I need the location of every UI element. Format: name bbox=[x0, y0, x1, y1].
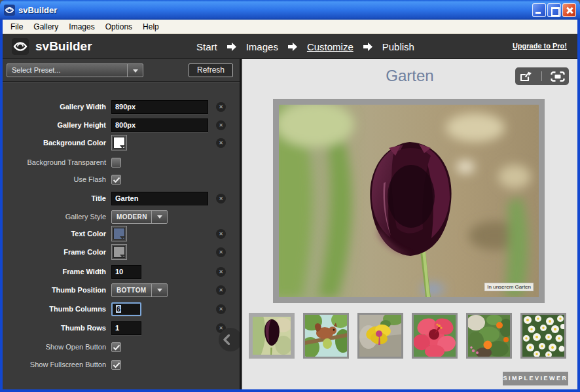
thumbnail-red-hibiscus[interactable] bbox=[412, 313, 458, 359]
gallery-style-value: MODERN bbox=[112, 211, 151, 223]
menu-gallery[interactable]: Gallery bbox=[28, 21, 63, 33]
step-images[interactable]: Images bbox=[246, 41, 278, 52]
text-color-swatch[interactable] bbox=[111, 226, 127, 241]
divider bbox=[3, 81, 240, 82]
gallery-height-input[interactable] bbox=[111, 118, 208, 132]
thumbnail-image bbox=[414, 315, 456, 357]
preview-toolbar bbox=[515, 67, 569, 85]
clear-icon[interactable] bbox=[216, 194, 226, 204]
title-input[interactable] bbox=[111, 192, 208, 205]
form-row-use-flash: Use Flash bbox=[3, 171, 240, 187]
thumbnail-black-tulip[interactable] bbox=[249, 313, 295, 359]
field-label: Frame Color bbox=[3, 248, 106, 256]
form-row-gallery-height: Gallery Height bbox=[3, 117, 240, 133]
field-label: Show Fullscreen Button bbox=[3, 361, 106, 368]
menu-bar: File Gallery Images Options Help bbox=[3, 20, 577, 34]
clear-icon[interactable] bbox=[216, 102, 226, 112]
selected-text: 6 bbox=[116, 305, 121, 313]
thumbnail-white-daisies[interactable] bbox=[520, 313, 566, 359]
form-row-thumb-columns: Thumb Columns 6 bbox=[3, 301, 240, 317]
frame-color-swatch[interactable] bbox=[111, 244, 127, 260]
field-label: Background Transparent bbox=[3, 158, 106, 166]
clear-icon[interactable] bbox=[216, 229, 226, 239]
thumb-position-value: BOTTOM bbox=[112, 284, 151, 296]
menu-help[interactable]: Help bbox=[137, 21, 164, 33]
window-title: svBuilder bbox=[18, 5, 57, 15]
form-row-gallery-width: Gallery Width bbox=[3, 99, 240, 115]
clear-icon[interactable] bbox=[216, 304, 226, 314]
app-logo-icon bbox=[4, 5, 15, 16]
step-publish[interactable]: Publish bbox=[382, 41, 414, 52]
form-row-frame-color: Frame Color bbox=[3, 244, 240, 260]
check-icon bbox=[113, 177, 120, 183]
image-caption: In unserem Garten bbox=[484, 283, 534, 291]
export-icon[interactable] bbox=[519, 71, 533, 82]
field-label: Text Color bbox=[3, 230, 106, 238]
simpleviewer-badge[interactable]: SIMPLEVIEWER bbox=[503, 372, 568, 385]
arrow-right-icon bbox=[363, 43, 372, 51]
form-row-text-color: Text Color bbox=[3, 226, 240, 241]
form-row-background-color: Background Color bbox=[3, 135, 240, 151]
check-icon bbox=[113, 344, 120, 351]
menu-options[interactable]: Options bbox=[100, 21, 137, 33]
form-row-background-transparent: Background Transparent bbox=[3, 154, 240, 170]
maximize-button[interactable] bbox=[547, 3, 561, 17]
minimize-button[interactable] bbox=[532, 3, 546, 17]
field-label: Frame Width bbox=[3, 268, 106, 276]
preset-dropdown[interactable]: Select Preset... bbox=[7, 63, 143, 77]
field-label: Gallery Width bbox=[3, 103, 106, 111]
color-chip bbox=[113, 228, 125, 240]
wizard-steps: Start Images Customize Publish bbox=[196, 34, 414, 59]
form-row-thumb-rows: Thumb Rows bbox=[3, 320, 240, 336]
thumbnail-orange-poppies[interactable] bbox=[466, 313, 512, 359]
settings-panel: Select Preset... Refresh Gallery Width G… bbox=[3, 59, 241, 389]
frame-width-input[interactable] bbox=[111, 265, 141, 279]
thumb-position-dropdown[interactable]: BOTTOM bbox=[111, 283, 168, 297]
check-icon bbox=[113, 362, 120, 368]
chevron-down-icon[interactable] bbox=[127, 64, 143, 77]
show-open-button-checkbox[interactable] bbox=[111, 342, 121, 352]
clear-icon[interactable] bbox=[216, 247, 226, 257]
thumbnail-strip bbox=[249, 313, 566, 359]
form-row-show-open-button: Show Open Button bbox=[3, 339, 240, 355]
upgrade-to-pro-link[interactable]: Upgrade to Pro! bbox=[513, 42, 567, 50]
menu-file[interactable]: File bbox=[5, 21, 28, 33]
menu-images[interactable]: Images bbox=[63, 21, 100, 33]
field-label: Thumb Columns bbox=[3, 305, 106, 313]
thumbnail-squirrel[interactable] bbox=[303, 313, 349, 359]
field-label: Thumb Rows bbox=[3, 324, 106, 332]
clear-icon[interactable] bbox=[216, 138, 226, 148]
step-start[interactable]: Start bbox=[196, 41, 217, 52]
arrow-right-icon bbox=[227, 43, 236, 51]
clear-icon[interactable] bbox=[216, 267, 226, 277]
field-label: Title bbox=[3, 194, 106, 202]
show-fullscreen-button-checkbox[interactable] bbox=[111, 360, 121, 370]
background-transparent-checkbox[interactable] bbox=[111, 158, 121, 168]
form-row-title: Title bbox=[3, 190, 240, 206]
clear-icon[interactable] bbox=[216, 285, 226, 295]
thumbnail-image bbox=[522, 315, 564, 357]
form-row-frame-width: Frame Width bbox=[3, 264, 240, 279]
thumb-rows-input[interactable] bbox=[111, 321, 141, 335]
background-color-swatch[interactable] bbox=[111, 135, 127, 151]
chevron-down-icon[interactable] bbox=[151, 211, 167, 223]
collapse-panel-button[interactable] bbox=[219, 328, 241, 351]
app-name: svBuilder bbox=[35, 39, 92, 54]
thumbnail-image bbox=[468, 315, 510, 357]
arrow-right-icon bbox=[288, 43, 297, 51]
preview-frame: In unserem Garten bbox=[273, 99, 545, 303]
field-label: Background Color bbox=[3, 139, 106, 147]
thumb-columns-input[interactable]: 6 bbox=[111, 302, 141, 316]
gallery-style-dropdown[interactable]: MODERN bbox=[111, 210, 168, 224]
thumbnail-yellow-hibiscus[interactable] bbox=[357, 313, 403, 359]
use-flash-checkbox[interactable] bbox=[111, 175, 121, 185]
fullscreen-icon[interactable] bbox=[551, 71, 565, 82]
close-button[interactable] bbox=[562, 3, 576, 17]
clear-icon[interactable] bbox=[216, 120, 226, 130]
field-label: Gallery Height bbox=[3, 121, 106, 129]
chevron-down-icon[interactable] bbox=[151, 284, 167, 296]
gallery-width-input[interactable] bbox=[111, 100, 208, 114]
field-label: Show Open Button bbox=[3, 343, 106, 351]
step-customize[interactable]: Customize bbox=[307, 41, 353, 52]
refresh-button[interactable]: Refresh bbox=[189, 63, 233, 77]
